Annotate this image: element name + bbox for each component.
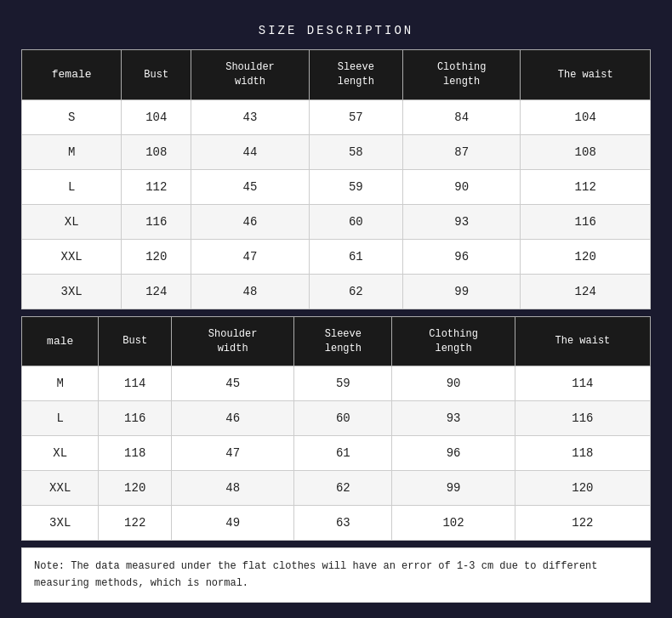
data-cell: 59 [294, 366, 392, 401]
data-cell: 87 [402, 134, 520, 169]
data-cell: 47 [171, 436, 293, 471]
data-cell: 122 [99, 506, 172, 541]
data-cell: 62 [294, 471, 392, 506]
table-row: XL118476196118 [22, 436, 651, 471]
data-cell: 61 [294, 436, 392, 471]
table-row: M114455990114 [22, 366, 651, 401]
female-table-section: female Bust Shoulderwidth Sleevelength C… [21, 49, 651, 309]
table-row: L116466093116 [22, 401, 651, 436]
data-cell: 45 [191, 169, 309, 204]
data-cell: 118 [99, 436, 172, 471]
size-cell: M [22, 366, 99, 401]
male-table-section: male Bust Shoulderwidth Sleevelength Clo… [21, 316, 651, 541]
data-cell: 104 [521, 99, 651, 134]
size-cell: XL [22, 436, 99, 471]
main-container: SIZE DESCRIPTION female Bust Shoulderwid… [13, 7, 659, 611]
data-cell: 44 [191, 134, 309, 169]
data-cell: 57 [309, 99, 402, 134]
data-cell: 108 [122, 134, 191, 169]
data-cell: 49 [171, 506, 293, 541]
data-cell: 60 [309, 204, 402, 239]
size-cell: M [22, 134, 122, 169]
data-cell: 93 [392, 401, 515, 436]
female-header-clothing: Clothinglength [402, 50, 520, 100]
data-cell: 124 [521, 274, 651, 309]
female-header-shoulder: Shoulderwidth [191, 50, 309, 100]
female-table: female Bust Shoulderwidth Sleevelength C… [21, 49, 651, 309]
male-header-waist: The waist [515, 316, 650, 366]
size-cell: XL [22, 204, 122, 239]
female-label: female [22, 50, 122, 100]
data-cell: 62 [309, 274, 402, 309]
size-cell: 3XL [22, 506, 99, 541]
female-header-sleeve: Sleevelength [309, 50, 402, 100]
data-cell: 116 [521, 204, 651, 239]
table-row: M108445887108 [22, 134, 651, 169]
male-header-shoulder: Shoulderwidth [171, 316, 293, 366]
size-cell: XXL [22, 239, 122, 274]
male-label: male [22, 316, 99, 366]
size-cell: L [22, 169, 122, 204]
table-row: 3XL124486299124 [22, 274, 651, 309]
data-cell: 46 [191, 204, 309, 239]
table-row: XXL120486299120 [22, 471, 651, 506]
table-row: L112455990112 [22, 169, 651, 204]
data-cell: 116 [122, 204, 191, 239]
table-row: XL116466093116 [22, 204, 651, 239]
male-header-sleeve: Sleevelength [294, 316, 392, 366]
data-cell: 96 [402, 239, 520, 274]
data-cell: 124 [122, 274, 191, 309]
data-cell: 45 [171, 366, 293, 401]
data-cell: 120 [99, 471, 172, 506]
data-cell: 47 [191, 239, 309, 274]
data-cell: 90 [392, 366, 515, 401]
data-cell: 96 [392, 436, 515, 471]
data-cell: 116 [99, 401, 172, 436]
note-section: Note: The data measured under the flat c… [21, 547, 651, 602]
data-cell: 60 [294, 401, 392, 436]
data-cell: 48 [191, 274, 309, 309]
male-table: male Bust Shoulderwidth Sleevelength Clo… [21, 316, 651, 541]
data-cell: 108 [521, 134, 651, 169]
data-cell: 63 [294, 506, 392, 541]
size-cell: XXL [22, 471, 99, 506]
size-cell: L [22, 401, 99, 436]
data-cell: 48 [171, 471, 293, 506]
female-header-bust: Bust [122, 50, 191, 100]
data-cell: 84 [402, 99, 520, 134]
table-row: S104435784104 [22, 99, 651, 134]
table-row: 3XL1224963102122 [22, 506, 651, 541]
page-title: SIZE DESCRIPTION [21, 15, 651, 49]
data-cell: 58 [309, 134, 402, 169]
data-cell: 112 [521, 169, 651, 204]
data-cell: 112 [122, 169, 191, 204]
data-cell: 116 [515, 401, 650, 436]
data-cell: 120 [515, 471, 650, 506]
male-header-clothing: Clothinglength [392, 316, 515, 366]
data-cell: 118 [515, 436, 650, 471]
data-cell: 122 [515, 506, 650, 541]
male-header-bust: Bust [99, 316, 172, 366]
data-cell: 120 [122, 239, 191, 274]
female-header-waist: The waist [521, 50, 651, 100]
data-cell: 93 [402, 204, 520, 239]
table-row: XXL120476196120 [22, 239, 651, 274]
data-cell: 104 [122, 99, 191, 134]
data-cell: 102 [392, 506, 515, 541]
data-cell: 99 [402, 274, 520, 309]
data-cell: 120 [521, 239, 651, 274]
size-cell: 3XL [22, 274, 122, 309]
size-cell: S [22, 99, 122, 134]
data-cell: 59 [309, 169, 402, 204]
data-cell: 46 [171, 401, 293, 436]
data-cell: 90 [402, 169, 520, 204]
data-cell: 114 [99, 366, 172, 401]
data-cell: 114 [515, 366, 650, 401]
data-cell: 43 [191, 99, 309, 134]
data-cell: 99 [392, 471, 515, 506]
data-cell: 61 [309, 239, 402, 274]
